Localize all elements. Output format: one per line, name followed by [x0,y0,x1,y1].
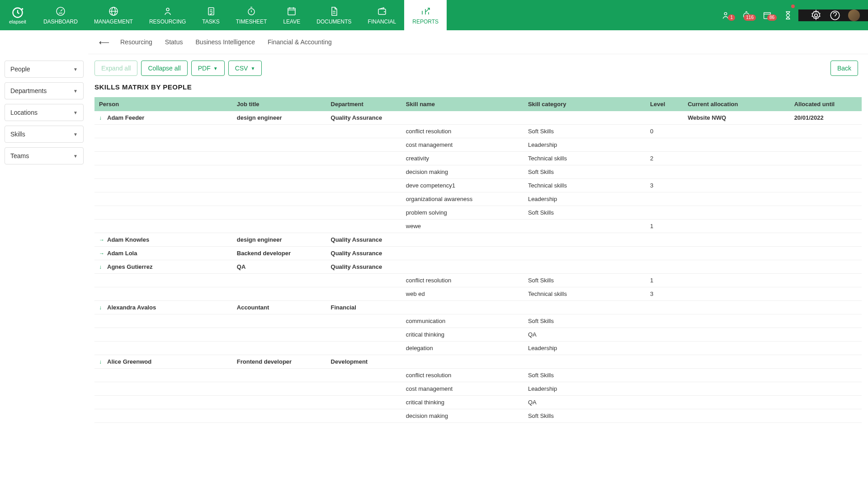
col-level[interactable]: Level [646,97,683,111]
table-row: ↓Adam Feederdesign engineerQuality Assur… [94,111,862,125]
hourglass-notif[interactable] [778,0,798,30]
nav-leave[interactable]: LEAVE [275,0,308,30]
nav-dashboard[interactable]: DASHBOARD [35,0,86,30]
nav-tasks[interactable]: TASKS [194,0,227,30]
table-row: organizational awarenessLeadership [94,192,862,206]
skills-table: Person Job title Department Skill name S… [94,97,862,423]
expand-icon[interactable]: ↓ [99,304,105,311]
calendar-notif[interactable]: 86 [757,0,778,30]
person-name: Alice Greenwod [107,358,151,365]
subtab-resourcing[interactable]: Resourcing [114,35,159,49]
table-row: →Adam Knowlesdesign engineerQuality Assu… [94,233,862,247]
subtab-finance[interactable]: Financial & Accounting [261,35,338,49]
logo-text: elapseit [9,19,26,24]
filter-label: Teams [10,152,29,159]
wallet-icon [377,6,387,17]
nav-documents[interactable]: DOCUMENTS [308,0,359,30]
filter-label: Departments [10,87,47,94]
skill-category: Soft Skills [524,165,646,179]
expand-icon[interactable]: ↓ [99,264,105,270]
col-job[interactable]: Job title [232,97,326,111]
skill-name: creativity [401,152,524,165]
pdf-button[interactable]: PDF▼ [191,61,225,76]
skill-level: 3 [646,287,683,301]
csv-button[interactable]: CSV▼ [228,61,262,76]
topbar: elapseit DASHBOARD MANAGEMENT RESOURCING… [0,0,868,30]
col-category[interactable]: Skill category [524,97,646,111]
back-button[interactable]: Back [830,61,858,76]
table-row: cost managementLeadership [94,382,862,396]
help-button[interactable] [829,9,841,21]
subtab-bi[interactable]: Business Intelligence [189,35,262,49]
table-row: decision makingSoft Skills [94,165,862,179]
person-name: Alexandra Avalos [107,304,156,311]
department: Financial [326,301,401,314]
col-skill[interactable]: Skill name [401,97,524,111]
expand-icon[interactable]: → [99,250,105,257]
person-name: Adam Feeder [107,114,144,121]
person-icon [162,6,173,17]
expand-icon[interactable]: ↓ [99,115,105,121]
skill-level [646,396,683,409]
nav-label: REPORTS [412,19,439,25]
filter-label: Locations [10,109,38,116]
nav-resourcing[interactable]: RESOURCING [141,0,194,30]
caret-down-icon: ▼ [73,132,78,137]
people-notif[interactable]: 1 [715,0,736,30]
badge-dot [791,5,795,8]
col-allocation[interactable]: Current allocation [683,97,790,111]
nav-management[interactable]: MANAGEMENT [86,0,141,30]
layout: People▼ Departments▼ Locations▼ Skills▼ … [0,54,868,432]
filter-skills[interactable]: Skills▼ [5,126,84,143]
logo-icon [11,6,24,19]
col-dept[interactable]: Department [326,97,401,111]
nav-label: TASKS [202,19,219,25]
subtab-status[interactable]: Status [159,35,189,49]
filter-people[interactable]: People▼ [5,61,84,78]
skill-category: Soft Skills [524,369,646,382]
collapse-all-button[interactable]: Collapse all [141,61,187,76]
clock-notif[interactable]: 116 [736,0,757,30]
skill-level: 0 [646,125,683,138]
table-row: deve competency1Technical skills3 [94,179,862,192]
btn-label: CSV [235,65,248,72]
settings-button[interactable] [810,9,822,21]
nav-financial[interactable]: FINANCIAL [360,0,405,30]
allocation [683,301,790,314]
chart-icon [420,6,431,17]
avatar[interactable] [848,9,860,21]
skill-name: problem solving [401,206,524,220]
nav-label: LEAVE [283,19,300,25]
filter-teams[interactable]: Teams▼ [5,147,84,164]
svg-point-9 [724,12,727,14]
expand-all-button[interactable]: Expand all [94,61,137,76]
person-name: Agnes Gutierrez [107,263,152,270]
skill-level [646,192,683,206]
expand-icon[interactable]: ↓ [99,359,105,365]
table-row: ↓Alexandra AvalosAccountantFinancial [94,301,862,314]
filter-locations[interactable]: Locations▼ [5,104,84,121]
skill-category: Leadership [524,342,646,355]
skill-level [646,206,683,220]
nav-reports[interactable]: REPORTS [404,0,447,30]
skill-category: Soft Skills [524,274,646,287]
svg-rect-7 [288,8,295,15]
skill-name: decision making [401,409,524,423]
skill-name: critical thinking [401,328,524,342]
filter-label: People [10,66,30,73]
skill-level: 1 [646,220,683,233]
allocation [683,247,790,260]
col-person[interactable]: Person [94,97,232,111]
skill-name: delegation [401,342,524,355]
nav-timesheet[interactable]: TIMESHEET [228,0,275,30]
sidebar-collapse-arrow[interactable]: ⟵ [99,38,109,47]
allocation [683,260,790,274]
filter-departments[interactable]: Departments▼ [5,82,84,99]
skill-level: 3 [646,179,683,192]
expand-icon[interactable]: → [99,237,105,243]
right-nav: 1 116 86 [715,0,868,30]
logo[interactable]: elapseit [0,0,35,30]
col-until[interactable]: Allocated until [790,97,862,111]
main: Expand all Collapse all PDF▼ CSV▼ Back S… [88,54,868,432]
stopwatch-icon [246,6,257,17]
